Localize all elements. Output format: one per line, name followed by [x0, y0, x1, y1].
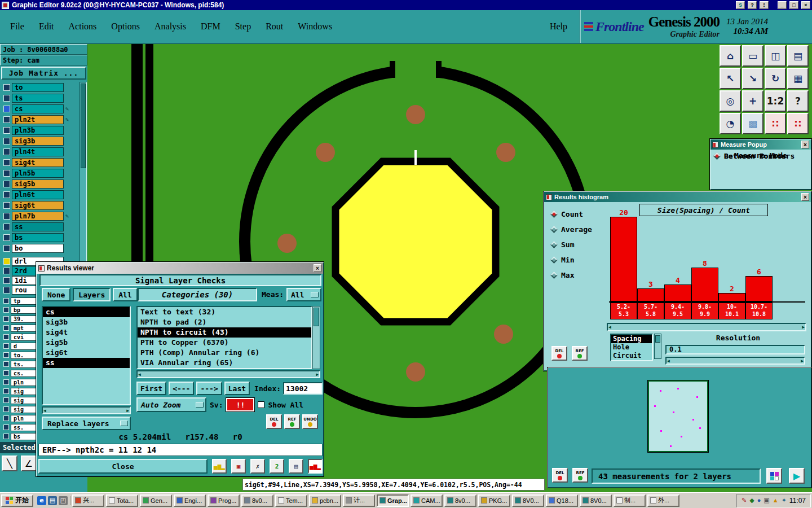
menu-item[interactable]: File — [10, 21, 24, 32]
meas-dropdown[interactable]: All — [286, 288, 321, 301]
language-button[interactable]: S — [736, 1, 745, 9]
previous-result-button[interactable]: <--- — [169, 382, 194, 395]
line-select-tool-button[interactable]: ╲ — [2, 456, 17, 471]
stat-radio[interactable]: Min — [551, 254, 592, 265]
menu-item[interactable]: Step — [235, 21, 251, 32]
goto-measure-button[interactable]: ▶ — [789, 468, 805, 484]
scroll-left-icon[interactable]: ◀ — [667, 358, 670, 364]
close-results-button[interactable]: Close — [38, 459, 208, 474]
layer-visibility-checkbox[interactable] — [3, 213, 10, 220]
taskbar-task-button[interactable]: CAM... — [411, 494, 443, 507]
scroll-right-icon[interactable]: ▶ — [801, 358, 804, 364]
grid-toggle-button[interactable]: ▦ — [787, 68, 809, 89]
layer-list-item[interactable]: sig4t — [43, 327, 130, 338]
highlight-blue-button[interactable]: ∷ — [787, 113, 809, 134]
category-list-item[interactable]: NPTH to pad (2) — [138, 317, 311, 327]
layer-visibility-checkbox[interactable] — [3, 127, 10, 134]
close-icon[interactable]: × — [801, 193, 809, 201]
taskbar-task-button[interactable]: Tota... — [106, 494, 138, 507]
menu-item[interactable]: Options — [111, 21, 140, 32]
category-list-item[interactable]: Text to text (32) — [138, 307, 311, 317]
taskbar-task-button[interactable]: Prog... — [208, 494, 240, 507]
measure-option[interactable]: Spacing — [611, 335, 652, 343]
two-view-button[interactable]: 2 — [270, 459, 284, 474]
title-spinner-button[interactable]: ▲ ▼ — [760, 1, 769, 9]
layer-name-chip[interactable]: cs — [12, 104, 64, 113]
mini-action-button[interactable]: DEL — [552, 468, 568, 483]
last-result-button[interactable]: Last — [224, 382, 250, 395]
layer-visibility-checkbox[interactable] — [3, 325, 9, 331]
filter-button[interactable]: All — [113, 288, 137, 301]
close-icon[interactable]: × — [314, 264, 321, 272]
layer-visibility-checkbox[interactable] — [3, 234, 10, 241]
next-result-button[interactable]: ---> — [196, 382, 222, 395]
mini-action-button[interactable]: UNDO — [302, 414, 318, 429]
menu-help[interactable]: Help — [550, 21, 567, 32]
taskbar-task-button[interactable]: Gen... — [140, 494, 172, 507]
layer-name-chip[interactable]: bo — [12, 244, 64, 253]
layer-visibility-checkbox[interactable] — [3, 95, 10, 102]
filter-button[interactable]: None — [42, 288, 70, 301]
layer-visibility-checkbox[interactable] — [3, 277, 10, 284]
layer-visibility-checkbox[interactable] — [3, 224, 10, 230]
scroll-left-icon[interactable]: ◀ — [608, 325, 611, 330]
mini-action-button[interactable]: REF — [572, 468, 588, 483]
layer-visibility-checkbox[interactable] — [3, 181, 10, 187]
layer-visibility-checkbox[interactable] — [3, 202, 10, 209]
fill-pattern-button[interactable]: ▩ — [742, 113, 764, 134]
layer-visibility-checkbox[interactable] — [3, 406, 9, 412]
taskbar-task-button[interactable]: 8V0... — [512, 494, 544, 507]
layer-visibility-checkbox[interactable] — [3, 397, 9, 403]
layer-row[interactable]: sig6t — [0, 200, 79, 211]
layers-hscrollbar[interactable]: ◀ ▶ — [42, 406, 131, 414]
categories-scrollbar[interactable] — [312, 306, 320, 369]
layer-row[interactable]: bo — [0, 243, 79, 253]
layer-visibility-checkbox[interactable] — [3, 334, 9, 340]
layer-row[interactable]: pln2t ✎ — [0, 114, 79, 125]
layer-visibility-checkbox[interactable] — [3, 268, 10, 274]
filter-button[interactable]: Layers — [73, 288, 111, 301]
layer-name-chip[interactable]: pln7b — [12, 212, 64, 221]
options-scrollbar[interactable] — [654, 334, 661, 359]
antivirus-tray-icon[interactable]: ◆ — [749, 497, 754, 503]
measure-option[interactable]: Circuit — [611, 352, 652, 360]
measure-popup-titlebar[interactable]: Measure Popup × — [710, 139, 811, 150]
layer-name-chip[interactable]: pln6t — [12, 190, 64, 199]
highlight-red-button[interactable]: ∷ — [765, 113, 786, 134]
discard-result-button[interactable]: ✗ — [250, 459, 265, 474]
category-list-item[interactable]: PTH (Comp) Annular ring (6) — [138, 348, 311, 358]
layer-visibility-checkbox[interactable] — [3, 245, 10, 252]
layer-name-chip[interactable]: ts — [12, 94, 64, 103]
layer-visibility-checkbox[interactable] — [3, 170, 10, 177]
save-results-button[interactable]: ▣ — [231, 459, 246, 474]
severity-button[interactable]: !! — [226, 398, 254, 411]
layer-visibility-checkbox[interactable] — [3, 84, 10, 91]
show-all-checkbox[interactable] — [258, 401, 264, 408]
minimize-button[interactable]: _ — [778, 1, 787, 9]
menu-item[interactable]: Windows — [298, 21, 332, 32]
layer-visibility-checkbox[interactable] — [3, 138, 10, 144]
layer-visibility-checkbox[interactable] — [3, 148, 10, 155]
layer-row[interactable]: ss — [0, 221, 79, 232]
scrollbar-thumb[interactable] — [314, 308, 319, 326]
layer-name-chip[interactable]: sig5b — [12, 179, 64, 189]
first-result-button[interactable]: First — [136, 382, 166, 395]
layer-row[interactable]: sig3b — [0, 135, 79, 146]
taskbar-task-button[interactable]: 外... — [647, 494, 679, 507]
auto-zoom-dropdown[interactable]: Auto Zoom — [136, 397, 206, 412]
scroll-right-icon[interactable]: ▶ — [316, 372, 319, 377]
taskbar-task-button[interactable]: 8V0... — [580, 494, 612, 507]
layer-visibility-checkbox[interactable] — [3, 159, 10, 166]
scrollbar-thumb[interactable] — [81, 84, 86, 168]
layer-name-chip[interactable]: pln5b — [12, 169, 64, 178]
window-titlebar[interactable]: Graphic Editor 9.02c2 (00@HY-HYCAM-PC037… — [0, 0, 812, 10]
layer-visibility-checkbox[interactable] — [3, 424, 9, 430]
close-icon[interactable]: × — [801, 141, 809, 148]
layer-visibility-checkbox[interactable] — [3, 106, 10, 112]
input-method-tray-icon[interactable]: ✎ — [742, 497, 747, 503]
layer-list-item[interactable]: sig3b — [43, 317, 130, 327]
volume-tray-icon[interactable]: ✦ — [782, 497, 787, 503]
pan-view-button[interactable]: + — [742, 90, 764, 112]
layer-list-item[interactable]: sig6t — [43, 348, 130, 358]
layer-visibility-checkbox[interactable] — [3, 316, 9, 322]
